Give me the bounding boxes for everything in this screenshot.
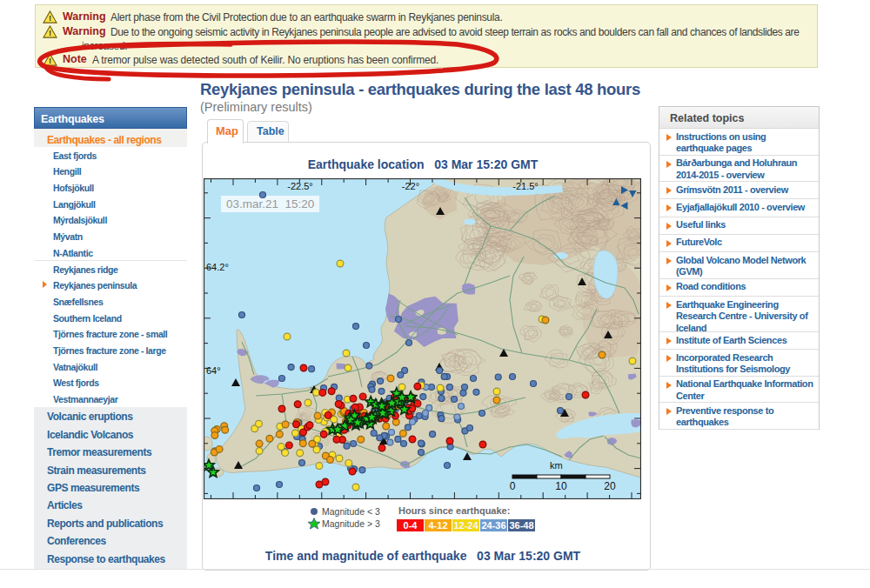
svg-text:-21.5°: -21.5°: [512, 181, 538, 191]
svg-text:10: 10: [555, 480, 567, 492]
svg-text:03.mar.21 15:20: 03.mar.21 15:20: [226, 197, 314, 210]
svg-text:20: 20: [604, 480, 616, 492]
svg-text:0: 0: [510, 480, 516, 492]
svg-text:64.2°: 64.2°: [206, 262, 229, 272]
svg-text:64°: 64°: [206, 365, 221, 376]
svg-text:km: km: [550, 460, 563, 471]
svg-text:-22.5°: -22.5°: [287, 181, 312, 191]
svg-text:!: !: [49, 14, 51, 23]
svg-text:-22°: -22°: [402, 181, 419, 191]
